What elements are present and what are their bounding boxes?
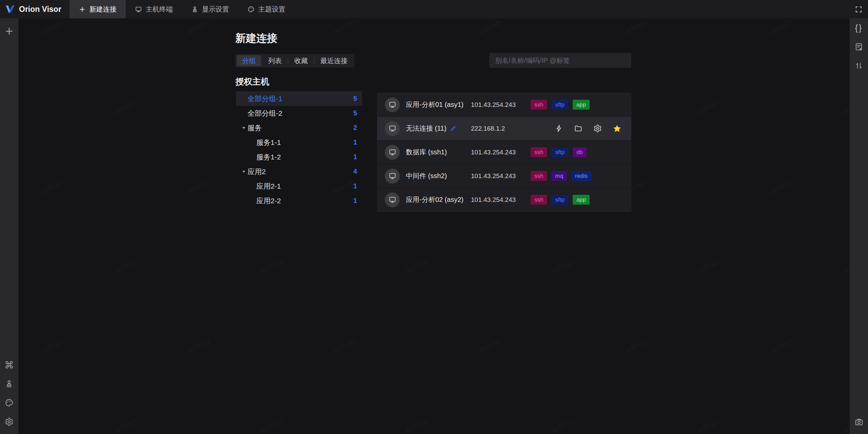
host-settings-gear-icon[interactable] — [593, 124, 602, 133]
host-tag-redis[interactable]: redis — [571, 171, 591, 181]
tab-host-terminal[interactable]: 主机终端 — [126, 0, 182, 18]
tree-item[interactable]: 服务 2 — [236, 120, 362, 135]
tree-item[interactable]: 应用2-1 1 — [236, 179, 362, 193]
host-monitor-icon — [389, 172, 396, 180]
sftp-folder-icon[interactable] — [574, 124, 583, 133]
host-tags: sshsftpapp — [531, 100, 622, 110]
host-tag-sftp[interactable]: sftp — [551, 147, 568, 157]
host-tag-db[interactable]: db — [573, 147, 587, 157]
host-tag-ssh[interactable]: ssh — [531, 147, 547, 157]
connect-bolt-icon[interactable] — [555, 124, 563, 133]
watermark-text: admin — [404, 257, 430, 276]
sort-arrows-icon — [854, 61, 863, 70]
left-rail — [0, 18, 18, 434]
orion-visor-logo-icon — [5, 5, 15, 14]
host-tag-sftp[interactable]: sftp — [551, 100, 568, 110]
host-tag-mq[interactable]: mq — [551, 171, 567, 181]
tree-item-label: 应用2 — [248, 167, 353, 176]
host-ip: 101.43.254.243 — [471, 149, 531, 156]
braces-icon: {} — [855, 23, 863, 33]
tree-item-label: 全部分组-1 — [248, 94, 353, 103]
tree-item-label: 服务 — [248, 123, 353, 133]
watermark-text: admin — [258, 257, 284, 276]
tab-new-connection[interactable]: 新建连接 — [70, 0, 126, 18]
tab-display-settings[interactable]: 显示设置 — [182, 0, 238, 18]
tree-item-count: 1 — [353, 153, 357, 161]
right-rail: {} — [850, 18, 868, 434]
segment-divider — [288, 58, 288, 64]
app-window: adminadminadminadminadminadminadminadmin… — [0, 0, 868, 434]
watermark-text: admin — [39, 18, 65, 37]
host-row[interactable]: 中间件 (ssh2) 101.43.254.243 sshmqredis — [377, 164, 631, 188]
watermark-text: admin — [623, 336, 649, 356]
tree-item[interactable]: 全部分组-2 5 — [236, 106, 362, 120]
watermark-text: admin — [185, 18, 211, 37]
host-row[interactable]: 数据库 (ssh1) 101.43.254.243 sshsftpdb — [377, 140, 631, 164]
tab-label: 主题设置 — [258, 5, 285, 14]
tab-label: 新建连接 — [90, 5, 117, 14]
view-tab-favorites[interactable]: 收藏 — [289, 55, 313, 66]
sort-button[interactable] — [850, 56, 868, 75]
host-tag-app[interactable]: app — [573, 100, 590, 110]
favorite-star-icon[interactable] — [613, 124, 622, 133]
host-tags: sshmqredis — [531, 171, 622, 181]
json-braces-button[interactable]: {} — [850, 18, 868, 37]
theme-settings-button[interactable] — [0, 393, 18, 412]
tab-theme-settings[interactable]: 主题设置 — [238, 0, 295, 18]
tree-item[interactable]: 应用2-2 1 — [236, 193, 362, 208]
gear-icon — [5, 417, 14, 426]
tree-item[interactable]: 服务1-2 1 — [236, 150, 362, 164]
tree-item-label: 应用2-1 — [256, 182, 353, 191]
new-connection-plus-button[interactable] — [0, 22, 18, 41]
view-tab-recent[interactable]: 最近连接 — [315, 55, 353, 66]
watermark-text: admin — [185, 177, 211, 196]
shortcut-command-button[interactable] — [0, 355, 18, 374]
watermark-text: admin — [39, 336, 65, 356]
host-name: 应用-分析02 (asy2) — [406, 195, 471, 204]
screenshot-camera-button[interactable] — [850, 412, 868, 431]
host-monitor-icon — [389, 148, 396, 156]
host-name: 无法连接 (11) — [406, 124, 471, 133]
brand: Orion Visor — [0, 0, 70, 18]
watermark-text: admin — [768, 177, 794, 196]
tree-item-count: 5 — [353, 109, 357, 117]
host-name-text: 中间件 (ssh2) — [406, 171, 447, 181]
palette-icon — [5, 398, 14, 407]
settings-gear-button[interactable] — [0, 412, 18, 431]
tree-item-count: 1 — [353, 197, 357, 205]
watermark-text: admin — [768, 336, 794, 356]
tree-item[interactable]: 服务1-1 1 — [236, 135, 362, 150]
host-tag-sftp[interactable]: sftp — [551, 195, 568, 205]
host-avatar — [385, 121, 400, 136]
host-name: 中间件 (ssh2) — [406, 171, 471, 181]
host-ip: 101.43.254.243 — [471, 196, 531, 204]
segment-divider — [314, 58, 314, 64]
fullscreen-button[interactable] — [849, 0, 868, 18]
view-tab-group[interactable]: 分组 — [237, 55, 261, 66]
edit-pencil-icon[interactable] — [450, 125, 456, 132]
host-monitor-icon — [389, 125, 396, 132]
host-tag-ssh[interactable]: ssh — [531, 195, 547, 205]
host-tags: sshsftpdb — [531, 147, 622, 157]
host-name: 数据库 (ssh1) — [406, 148, 471, 157]
topbar: Orion Visor 新建连接 主机终端 显示设置 主题设置 — [0, 0, 868, 18]
view-tab-list[interactable]: 列表 — [263, 55, 287, 66]
display-settings-button[interactable] — [0, 374, 18, 393]
camera-icon — [854, 417, 864, 427]
host-tag-ssh[interactable]: ssh — [531, 171, 547, 181]
tree-item[interactable]: 全部分组-1 5 — [236, 91, 362, 106]
doc-bookmark-button[interactable] — [850, 37, 868, 56]
tree-item[interactable]: 应用2 4 — [236, 164, 362, 179]
host-tag-app[interactable]: app — [573, 195, 590, 205]
watermark-text: admin — [185, 336, 211, 356]
host-row[interactable]: 应用-分析02 (asy2) 101.43.254.243 sshsftpapp — [377, 188, 631, 211]
host-tags: sshsftpapp — [531, 195, 622, 205]
host-row[interactable]: 无法连接 (11) 222.168.1.2 — [377, 116, 631, 140]
view-switch: 分组 列表 收藏 最近连接 — [235, 54, 354, 68]
host-search-input[interactable] — [489, 53, 631, 68]
brand-name: Orion Visor — [19, 5, 61, 14]
watermark-text: admin — [695, 97, 722, 116]
host-row[interactable]: 应用-分析01 (asy1) 101.43.254.243 sshsftpapp — [377, 93, 631, 116]
tree-item-label: 全部分组-2 — [248, 109, 353, 118]
host-tag-ssh[interactable]: ssh — [531, 100, 547, 110]
